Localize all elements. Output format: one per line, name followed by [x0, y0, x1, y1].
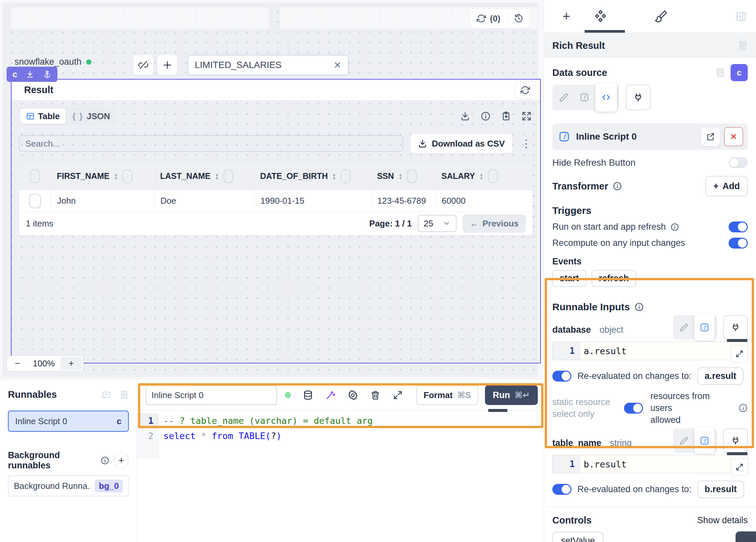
- doc-list-icon[interactable]: [715, 68, 725, 78]
- refresh-count-button[interactable]: (0): [470, 9, 507, 28]
- database-icon[interactable]: [303, 390, 313, 400]
- plus-icon: [162, 60, 172, 70]
- table-name-expression-editor[interactable]: 1 b.result: [552, 455, 748, 473]
- fx-mode-icon[interactable]: f: [575, 86, 594, 108]
- line-number: 1: [137, 413, 159, 428]
- sort-icon[interactable]: ↕: [215, 171, 219, 181]
- components-tab-icon[interactable]: [593, 9, 608, 24]
- unlink-icon: [138, 60, 148, 70]
- sort-icon[interactable]: ↕: [479, 171, 484, 181]
- tab-table[interactable]: Table: [20, 109, 66, 124]
- result-title: Result: [24, 85, 53, 95]
- table-cell: John: [51, 190, 154, 212]
- static-mode-pencil-icon[interactable]: [675, 317, 693, 338]
- script-name-input[interactable]: [152, 390, 271, 400]
- zoom-in-button[interactable]: +: [61, 357, 82, 370]
- connect-mode-button[interactable]: [626, 85, 651, 110]
- inspector-topbar: +: [544, 0, 756, 33]
- column-filter-pill[interactable]: [341, 169, 351, 183]
- table-footer: 1 items Page: 1 / 1 25 ← Previous: [19, 212, 533, 235]
- connect-mode-button[interactable]: [723, 428, 748, 453]
- run-on-start-toggle[interactable]: [729, 221, 748, 232]
- editor-scrollbar-thumb[interactable]: [488, 409, 507, 412]
- fullscreen-icon[interactable]: [522, 111, 532, 121]
- search-input[interactable]: [25, 139, 396, 149]
- reeval-toggle[interactable]: [552, 371, 571, 382]
- editor-header: Format ⌘S Run ⌘↵: [137, 379, 544, 405]
- add-transformer-button[interactable]: + Add: [705, 176, 748, 196]
- reeval-toggle[interactable]: [552, 484, 571, 495]
- download-csv-button[interactable]: Download as CSV: [410, 134, 512, 153]
- style-tab-icon[interactable]: [654, 10, 668, 23]
- collapse-panel-icon[interactable]: [102, 390, 111, 399]
- background-runnable-item[interactable]: Background Runna... bg_0: [8, 475, 129, 496]
- line-number: 2: [137, 428, 159, 459]
- add-component-button[interactable]: [157, 55, 178, 75]
- column-filter-pill[interactable]: [122, 169, 132, 183]
- clear-input-icon[interactable]: ✕: [334, 60, 341, 71]
- recompute-toggle[interactable]: [729, 238, 748, 249]
- add-background-runnable-button[interactable]: +: [114, 452, 129, 469]
- inline-script-chip[interactable]: f Inline Script 0 ✕: [552, 123, 748, 150]
- trash-icon[interactable]: [370, 390, 381, 400]
- setvalue-control-pill[interactable]: setValue: [552, 532, 603, 542]
- more-options-icon[interactable]: ⋮: [520, 137, 533, 150]
- result-refresh-button[interactable]: [515, 82, 535, 99]
- scrollbar-thumb[interactable]: [727, 452, 747, 455]
- doc-list-icon[interactable]: [120, 390, 129, 399]
- remove-script-button[interactable]: ✕: [724, 127, 743, 146]
- open-script-button[interactable]: [701, 127, 720, 146]
- copy-result-icon[interactable]: [501, 111, 511, 121]
- sort-icon[interactable]: ↕: [398, 171, 402, 181]
- gear-icon[interactable]: [348, 390, 358, 400]
- code-mode-icon[interactable]: [595, 83, 617, 112]
- sort-icon[interactable]: ↕: [114, 171, 118, 181]
- column-filter-pill[interactable]: [488, 169, 498, 183]
- download-icon[interactable]: [460, 111, 470, 121]
- unlink-button[interactable]: [133, 55, 154, 75]
- page-size-select[interactable]: 25: [418, 215, 457, 232]
- sql-code-editor[interactable]: 1 -- ? table_name (varchar) = default ar…: [137, 411, 544, 459]
- expand-expression-button[interactable]: [731, 458, 748, 476]
- reeval-dependency-chip[interactable]: a.result: [697, 367, 743, 385]
- collapse-panel-icon[interactable]: [736, 11, 747, 22]
- runnable-item-inline-script-0[interactable]: Inline Script 0 c: [8, 411, 129, 432]
- static-mode-pencil-icon[interactable]: [675, 430, 693, 451]
- history-button[interactable]: [507, 9, 530, 28]
- database-expression-editor[interactable]: 1 a.result: [552, 342, 748, 360]
- info-icon[interactable]: [481, 111, 491, 121]
- static-mode-pencil-icon[interactable]: [554, 86, 573, 108]
- show-details-link[interactable]: Show details: [697, 515, 748, 525]
- expand-editor-icon[interactable]: [393, 390, 403, 400]
- resource-label[interactable]: snowflake_oauth: [15, 57, 82, 67]
- resources-from-users-toggle[interactable]: [624, 403, 643, 414]
- column-filter-pill[interactable]: [407, 169, 417, 183]
- previous-page-button[interactable]: ← Previous: [463, 214, 526, 233]
- format-button[interactable]: Format ⌘S: [416, 385, 478, 405]
- active-tab-underline: [585, 30, 625, 33]
- event-refresh-pill[interactable]: refresh: [592, 270, 636, 287]
- event-start-pill[interactable]: start: [552, 270, 586, 287]
- anchor-icon[interactable]: [43, 70, 52, 79]
- run-button[interactable]: Run ⌘↵: [485, 385, 538, 405]
- fx-mode-icon[interactable]: f: [694, 427, 715, 454]
- add-tab-icon[interactable]: +: [563, 9, 570, 24]
- scrollbar-thumb[interactable]: [727, 339, 747, 342]
- row-checkbox[interactable]: [29, 194, 41, 208]
- column-filter-pill[interactable]: [223, 169, 233, 183]
- info-icon: [635, 302, 644, 312]
- table-row[interactable]: John Doe 1990-01-15 123-45-6789 60000: [19, 190, 533, 212]
- table-name-input[interactable]: [195, 60, 334, 70]
- hide-refresh-toggle[interactable]: [729, 157, 748, 168]
- zoom-out-button[interactable]: −: [7, 358, 28, 369]
- tab-json[interactable]: { } JSON: [66, 109, 116, 124]
- move-down-icon[interactable]: [26, 70, 34, 79]
- sort-icon[interactable]: ↕: [332, 171, 336, 181]
- select-all-checkbox[interactable]: [30, 169, 40, 183]
- ai-wand-icon[interactable]: [325, 390, 336, 400]
- connect-mode-button[interactable]: [723, 315, 748, 340]
- fx-mode-icon[interactable]: f: [694, 314, 715, 341]
- reeval-dependency-chip[interactable]: b.result: [697, 481, 744, 498]
- expand-expression-button[interactable]: [731, 345, 748, 362]
- doc-list-icon[interactable]: [738, 41, 748, 51]
